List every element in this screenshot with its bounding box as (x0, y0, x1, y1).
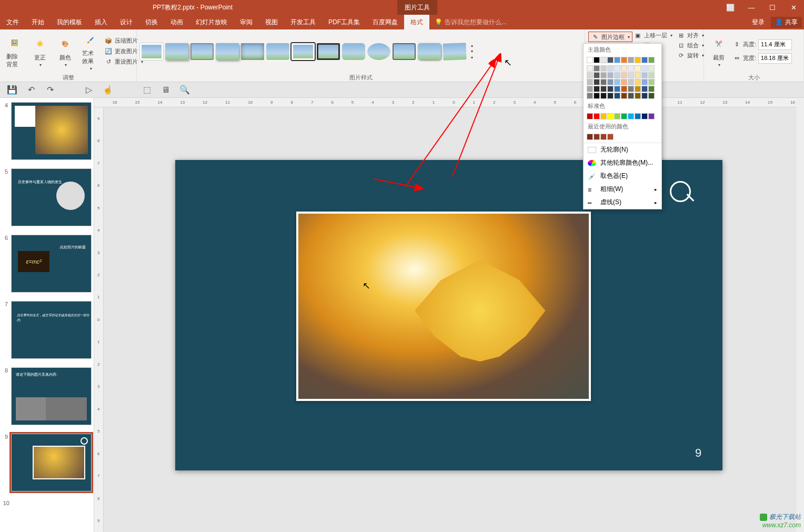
color-swatch[interactable] (621, 72, 627, 78)
color-swatch[interactable] (628, 93, 634, 99)
tab-format[interactable]: 格式 (404, 15, 429, 29)
width-input[interactable] (758, 53, 792, 64)
color-swatch[interactable] (614, 65, 620, 72)
tab-pdftools[interactable]: PDF工具集 (322, 15, 366, 29)
more-colors-item[interactable]: 其他轮廓颜色(M)... (584, 156, 661, 169)
slide-thumbnail[interactable]: 历史事件与重要人物的发生 (11, 168, 92, 226)
picture-style-item[interactable] (418, 43, 441, 60)
color-swatch[interactable] (641, 113, 648, 119)
login-link[interactable]: 登录 (752, 18, 765, 27)
picture-border-button[interactable]: ✎ 图片边框 ▾ (588, 32, 632, 42)
color-swatch[interactable] (600, 57, 607, 63)
corrections-button[interactable]: ☀️ 更正 ▾ (28, 35, 52, 68)
maximize-button[interactable]: ☐ (762, 0, 783, 15)
color-swatch[interactable] (628, 79, 634, 85)
color-swatch[interactable] (594, 72, 600, 78)
color-swatch[interactable] (648, 93, 655, 99)
color-swatch[interactable] (614, 79, 620, 85)
rotate-button[interactable]: ⟳旋转▾ (677, 51, 704, 60)
color-swatch[interactable] (648, 72, 655, 78)
color-swatch[interactable] (628, 113, 634, 119)
color-swatch[interactable] (607, 65, 614, 72)
color-swatch[interactable] (607, 93, 614, 99)
tab-insert[interactable]: 插入 (88, 15, 114, 29)
color-swatch[interactable] (635, 65, 641, 72)
color-swatch[interactable] (628, 86, 634, 92)
color-swatch[interactable] (594, 65, 600, 72)
align-button[interactable]: ⊞对齐▾ (677, 31, 704, 40)
dashes-submenu[interactable]: ┅虚线(S)▸ (584, 196, 661, 209)
slide-thumbnail-active[interactable] (11, 434, 92, 491)
bring-forward-button[interactable]: ▣上移一层▾ (634, 31, 672, 40)
picture-style-item[interactable] (367, 43, 390, 60)
color-swatch[interactable] (621, 93, 627, 99)
picture-style-item[interactable] (393, 43, 416, 60)
color-swatch[interactable] (628, 65, 634, 72)
tab-slideshow[interactable]: 幻灯片放映 (189, 15, 234, 29)
height-input[interactable] (758, 39, 792, 50)
color-swatch[interactable] (614, 57, 620, 63)
color-swatch[interactable] (587, 57, 593, 63)
color-swatch[interactable] (621, 86, 627, 92)
picture-style-item[interactable] (342, 43, 365, 60)
color-swatch[interactable] (635, 72, 641, 78)
qat-button[interactable]: 🖥 (161, 85, 170, 95)
tab-file[interactable]: 文件 (0, 15, 25, 29)
color-swatch[interactable] (641, 65, 648, 72)
slide-thumbnail[interactable]: 请述下面的图片及其内容: (11, 367, 92, 425)
weight-submenu[interactable]: ≡粗细(W)▸ (584, 183, 661, 196)
color-swatch[interactable] (607, 86, 614, 92)
color-swatch[interactable] (587, 72, 593, 78)
qat-button[interactable]: 🔍 (180, 85, 189, 95)
slide-thumbnail[interactable] (11, 102, 92, 160)
color-swatch[interactable] (648, 86, 655, 92)
picture-style-item[interactable] (216, 43, 239, 60)
tab-mytemplates[interactable]: 我的模板 (51, 15, 88, 29)
no-outline-item[interactable]: 无轮廓(N) (584, 143, 661, 156)
color-swatch[interactable] (607, 57, 614, 63)
slide-thumbnail[interactable]: 历史事件的名言，或文字的论文或其他历史的一部分的。 (11, 301, 92, 359)
color-swatch[interactable] (621, 65, 627, 72)
start-from-beginning-button[interactable]: ▷ (84, 85, 94, 95)
tab-developer[interactable]: 开发工具 (284, 15, 322, 29)
color-swatch[interactable] (587, 113, 593, 119)
color-swatch[interactable] (641, 93, 648, 99)
remove-background-button[interactable]: 🖼️ 删除背景 (3, 34, 26, 69)
color-swatch[interactable] (621, 57, 627, 63)
color-swatch[interactable] (600, 72, 607, 78)
color-swatch[interactable] (607, 79, 614, 85)
color-swatch[interactable] (600, 134, 607, 140)
color-swatch[interactable] (614, 86, 620, 92)
color-swatch[interactable] (641, 57, 648, 63)
picture-style-item[interactable] (292, 43, 315, 60)
picture-style-item[interactable] (443, 43, 466, 61)
group-button[interactable]: ⊡组合▾ (677, 41, 704, 50)
color-swatch[interactable] (607, 113, 614, 119)
color-swatch[interactable] (614, 113, 620, 119)
picture-style-item[interactable] (190, 43, 214, 60)
save-button[interactable]: 💾 (7, 85, 17, 95)
tab-design[interactable]: 设计 (114, 15, 139, 29)
color-swatch[interactable] (635, 57, 641, 63)
touch-mode-button[interactable]: ☝ (103, 85, 113, 95)
color-swatch[interactable] (607, 72, 614, 78)
color-swatch[interactable] (648, 79, 655, 85)
color-button[interactable]: 🎨 颜色 ▾ (54, 35, 77, 68)
tab-animations[interactable]: 动画 (164, 15, 189, 29)
color-swatch[interactable] (600, 86, 607, 92)
selected-picture[interactable] (296, 212, 591, 401)
color-swatch[interactable] (635, 93, 641, 99)
picture-style-item[interactable] (140, 43, 163, 60)
artistic-effects-button[interactable]: 🖌️ 艺术效果 ▾ (79, 31, 102, 72)
color-swatch[interactable] (614, 93, 620, 99)
color-swatch[interactable] (587, 86, 593, 92)
minimize-button[interactable]: — (741, 0, 762, 15)
crop-button[interactable]: ✂️ 裁剪 ▾ (707, 35, 730, 68)
color-swatch[interactable] (621, 79, 627, 85)
redo-button[interactable]: ↷ (45, 85, 55, 95)
gallery-more-button[interactable]: ▴ ▾ ▾ (468, 43, 476, 60)
color-swatch[interactable] (594, 134, 600, 140)
color-swatch[interactable] (600, 93, 607, 99)
tab-transitions[interactable]: 切换 (139, 15, 164, 29)
color-swatch[interactable] (587, 93, 593, 99)
